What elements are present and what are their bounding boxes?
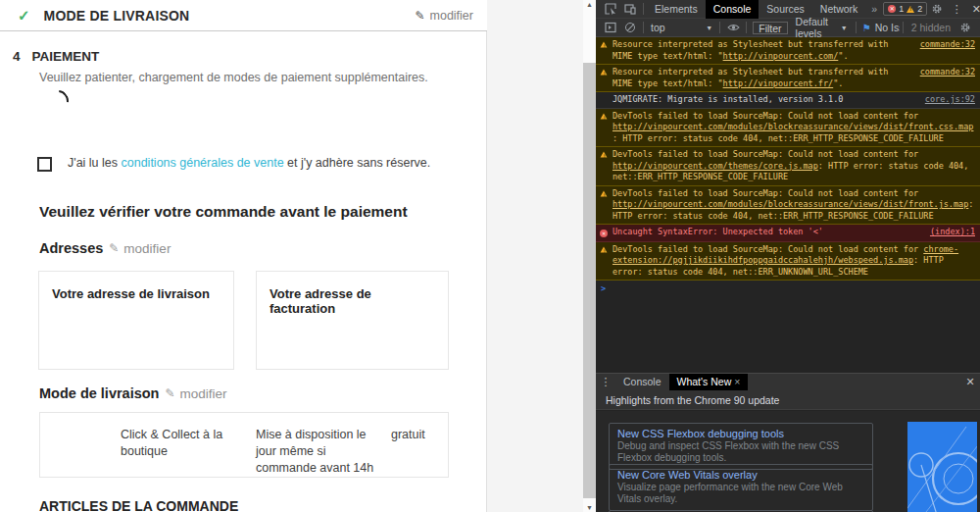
console-url-link[interactable]: http://vinpourcent.com/modules/blockreas… xyxy=(612,122,973,131)
devtools-drawer: ⋮ ConsoleWhat's New × ✕ Highlights from … xyxy=(596,373,980,512)
delivery-mode-title: Mode de livraison xyxy=(39,385,159,401)
edit-label: modifier xyxy=(123,241,171,256)
whats-new-card[interactable]: New Core Web Vitals overlayVisualize pag… xyxy=(609,464,873,511)
console-message-text: DevTools failed to load SourceMap: Could… xyxy=(612,149,975,183)
close-devtools-icon[interactable]: ✕ xyxy=(966,0,980,19)
log-levels-dropdown[interactable]: Default levels ▼ xyxy=(791,16,853,39)
whats-new-card-title[interactable]: New Core Web Vitals overlay xyxy=(617,469,864,481)
console-url-link[interactable]: http://vinpourcent.com/modules/blockreas… xyxy=(612,199,968,209)
console-message-text: DevTools failed to load SourceMap: Could… xyxy=(612,188,975,223)
hidden-messages-count: 2 hidden xyxy=(906,22,956,33)
issues-button[interactable]: ⚑ No Issu xyxy=(859,22,900,33)
console-source-link[interactable]: (index):1 xyxy=(930,227,975,238)
edit-label: modifier xyxy=(180,386,227,401)
pencil-icon: ✎ xyxy=(109,241,119,255)
separator xyxy=(719,22,720,33)
settings-gear-icon[interactable] xyxy=(927,0,947,19)
whats-new-card-title[interactable]: New CSS Flexbox debugging tools xyxy=(617,428,864,439)
pencil-icon: ✎ xyxy=(415,9,424,23)
console-url-link[interactable]: http://vinpourcent.fr/ xyxy=(723,78,834,88)
console-text: : HTTP error: status code 404, net::ERR_… xyxy=(612,133,944,143)
whats-new-card[interactable]: New CSS Flexbox debugging toolsDebug and… xyxy=(609,423,873,470)
terms-cgv-link[interactable]: conditions générales de vente xyxy=(122,156,284,170)
edit-addresses-button[interactable]: ✎ modifier xyxy=(109,241,171,256)
separator xyxy=(643,22,644,33)
carrier-delay: Mise à disposition le jour même si comma… xyxy=(256,427,381,477)
tab-console[interactable]: Console xyxy=(706,0,760,19)
devtools-panel: ElementsConsoleSourcesNetwork » ✕ 1 2 ⋮ … xyxy=(596,0,980,512)
close-tab-icon[interactable]: × xyxy=(731,376,740,387)
device-toolbar-icon[interactable] xyxy=(620,0,640,19)
console-url-link[interactable]: http://vinpourcent.com/themes/core.js.ma… xyxy=(612,161,818,171)
more-tabs-button[interactable]: » xyxy=(865,0,883,19)
console-messages: Resource interpreted as Stylesheet but t… xyxy=(596,37,980,281)
console-source-link[interactable]: core.js:92 xyxy=(925,94,975,106)
console-message-text: DevTools failed to load SourceMap: Could… xyxy=(612,111,975,145)
console-message-text: DevTools failed to load SourceMap: Could… xyxy=(612,244,975,279)
console-message-warn: DevTools failed to load SourceMap: Could… xyxy=(596,242,980,282)
customize-menu-icon[interactable]: ⋮ xyxy=(947,0,966,19)
inspect-icon[interactable] xyxy=(601,0,620,19)
whats-new-content: New CSS Flexbox debugging toolsDebug and… xyxy=(596,411,980,512)
terms-checkbox[interactable] xyxy=(37,157,52,172)
context-selector[interactable]: top ▼ xyxy=(647,22,716,33)
payment-step-title: PAIEMENT xyxy=(32,49,100,64)
warning-icon xyxy=(600,244,612,257)
terms-post: et j'y adhère sans réserve. xyxy=(284,156,431,170)
live-expression-eye-icon[interactable] xyxy=(723,19,743,37)
context-value: top xyxy=(651,22,665,33)
error-icon: ✕ xyxy=(600,227,612,239)
order-items-title: ARTICLES DE LA COMMANDE xyxy=(39,498,238,512)
delivery-step-header: ✓ MODE DE LIVRAISON ✎ modifier xyxy=(0,0,487,31)
console-message-warn: Resource interpreted as Stylesheet but t… xyxy=(596,65,980,92)
devtools-main-toolbar: ElementsConsoleSourcesNetwork » ✕ 1 2 ⋮ … xyxy=(596,0,980,19)
warning-icon xyxy=(600,39,612,52)
payment-step-number: 4 xyxy=(13,49,21,64)
tab-elements[interactable]: Elements xyxy=(647,0,706,19)
levels-value: Default levels xyxy=(796,16,837,39)
console-source-link[interactable]: commande:32 xyxy=(920,39,975,51)
console-prompt[interactable]: > xyxy=(596,281,980,296)
page-scrollbar[interactable]: ▲ ▼ xyxy=(583,0,596,512)
scroll-up-icon[interactable]: ▲ xyxy=(583,1,596,8)
error-count: 1 xyxy=(899,4,904,14)
console-message-warn: DevTools failed to load SourceMap: Could… xyxy=(596,147,980,186)
drawer-tab-bar: ⋮ ConsoleWhat's New × ✕ xyxy=(596,374,980,390)
console-message-text: Resource interpreted as Stylesheet but t… xyxy=(612,67,912,89)
console-text: DevTools failed to load SourceMap: Could… xyxy=(612,244,923,254)
filter-input[interactable]: Filter xyxy=(753,22,787,34)
console-sidebar-icon[interactable] xyxy=(601,19,620,37)
chrome-90-artwork xyxy=(907,422,977,512)
terms-label: J'ai lu les conditions générales de vent… xyxy=(68,156,430,170)
edit-delivery-mode-button[interactable]: ✎ modifier xyxy=(165,386,226,401)
check-icon: ✓ xyxy=(18,7,30,25)
carrier-price: gratuit xyxy=(391,427,425,443)
console-url-link[interactable]: http://vinpourcent.com/ xyxy=(723,51,839,61)
carrier-card: Click & Collect à la boutique Mise à dis… xyxy=(39,412,449,478)
scrollbar-thumb[interactable] xyxy=(583,63,596,498)
drawer-tab-what-s-new[interactable]: What's New × xyxy=(669,374,749,390)
console-text: ". xyxy=(838,51,848,61)
warning-icon xyxy=(600,67,612,79)
delivery-address-card: Votre adresse de livraison xyxy=(38,271,234,370)
clear-console-icon[interactable] xyxy=(620,19,640,37)
close-drawer-icon[interactable]: ✕ xyxy=(960,374,980,390)
console-message-text: Uncaught SyntaxError: Unexpected token '… xyxy=(612,227,922,238)
terms-pre: J'ai lu les xyxy=(68,156,122,170)
drawer-tab-console[interactable]: Console xyxy=(615,374,669,390)
devtools-toolbar-right: ✕ 1 2 ⋮ ✕ xyxy=(883,0,980,19)
drawer-menu-icon[interactable]: ⋮ xyxy=(596,374,615,390)
info-spacer xyxy=(600,94,612,95)
checkout-page: ✓ MODE DE LIVRAISON ✎ modifier 4 PAIEMEN… xyxy=(0,0,596,512)
console-message-warn: DevTools failed to load SourceMap: Could… xyxy=(596,186,980,226)
error-warning-badge[interactable]: ✕ 1 2 xyxy=(883,2,927,16)
issues-flag-icon: ⚑ xyxy=(862,23,871,33)
invoice-address-card: Votre adresse de facturation xyxy=(256,271,449,370)
console-source-link[interactable]: commande:32 xyxy=(920,67,975,78)
edit-delivery-step-button[interactable]: ✎ modifier xyxy=(415,9,473,23)
invoice-address-title: Votre adresse de facturation xyxy=(270,286,435,316)
scroll-down-icon[interactable]: ▼ xyxy=(583,504,596,511)
payment-loading-text: Veuillez patienter, chargement de modes … xyxy=(39,71,461,84)
console-settings-gear-icon[interactable] xyxy=(956,19,975,37)
console-text: DevTools failed to load SourceMap: Could… xyxy=(612,111,918,121)
